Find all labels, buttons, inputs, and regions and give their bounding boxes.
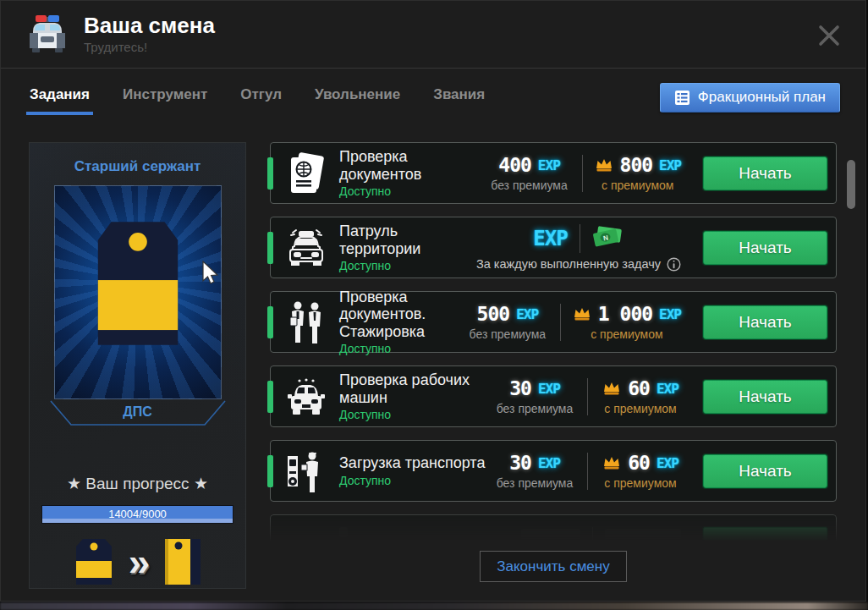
exp-badge: EXP: [538, 455, 560, 471]
reward-divider: [587, 453, 588, 490]
task-title: Проверка документов: [339, 148, 489, 182]
tab-instrument[interactable]: Инструмент: [119, 74, 211, 120]
work-car-icon: [284, 375, 328, 419]
premium-caption: с премиумом: [591, 327, 662, 341]
task-title: Загрузка транспорта: [339, 454, 494, 471]
chevron-right-icon: »: [129, 545, 151, 579]
reward-divider: [587, 378, 588, 415]
next-rank-icon: [163, 537, 202, 586]
crown-icon: [595, 157, 613, 173]
task-status: Доступно: [339, 259, 476, 272]
rank-panel: Старший сержант ДПС ★ Ваш прогресс ★: [29, 142, 246, 589]
available-accent-bar: [267, 306, 273, 338]
exp-badge: EXP: [659, 157, 681, 173]
task-status: Доступно: [339, 408, 494, 421]
crown-icon: [573, 306, 591, 321]
exp-badge: EXP: [659, 306, 681, 322]
crown-icon: [602, 455, 621, 470]
task-rewards: 400EXP без премиума 800EXP с премиумом: [489, 154, 681, 192]
no-premium-caption: без премиума: [491, 179, 568, 192]
exp-normal-value: 500: [477, 303, 510, 325]
window-title: Ваша смена: [84, 14, 215, 37]
crown-icon: [602, 381, 621, 396]
available-accent-bar: [267, 157, 273, 190]
premium-caption: с премиумом: [604, 476, 676, 490]
checklist-icon: [674, 90, 690, 106]
start-button[interactable]: Начать: [703, 305, 827, 339]
no-premium-caption: без премиума: [470, 327, 547, 341]
exp-premium-value: 60: [628, 452, 650, 474]
fraction-plan-label: Фракционный план: [698, 89, 826, 106]
game-screen: Ваша смена Трудитесь! Задания Инструмент…: [0, 0, 868, 610]
task-row-documents-check: Проверка документов Доступно 400EXP без …: [270, 142, 837, 204]
progress-bar: 14004/9000: [41, 505, 233, 524]
task-title: Проверка документов. Стажировка: [339, 289, 467, 339]
start-button[interactable]: Начать: [703, 454, 827, 488]
department-label: ДПС: [47, 404, 228, 420]
exp-badge: EXP: [533, 227, 567, 250]
rank-card[interactable]: [54, 185, 222, 399]
progress-value: 14004/9000: [42, 506, 233, 523]
exp-premium-value: 1 000: [598, 303, 652, 325]
available-accent-bar: [267, 232, 273, 264]
task-title: Патруль территории: [339, 223, 476, 256]
exp-badge: EXP: [538, 381, 560, 397]
exp-badge: EXP: [516, 306, 538, 322]
reward-divider: [582, 155, 583, 192]
start-button[interactable]: Начать: [703, 380, 827, 414]
exp-normal-value: 400: [498, 154, 531, 176]
interns-icon: [284, 300, 328, 344]
premium-caption: с премиумом: [602, 179, 673, 192]
scrollbar-thumb[interactable]: [847, 160, 855, 209]
close-icon[interactable]: [815, 21, 843, 50]
no-premium-caption: без премиума: [497, 476, 574, 490]
task-list: Проверка документов Доступно 400EXP без …: [270, 142, 837, 589]
task-row-patrol: Патруль территории Доступно EXP N: [270, 217, 837, 278]
start-button[interactable]: Начать: [703, 231, 827, 265]
tab-tasks[interactable]: Задания: [26, 74, 93, 120]
game-world-background: [0, 602, 868, 610]
fraction-plan-button[interactable]: Фракционный план: [660, 83, 840, 113]
available-accent-bar: [267, 455, 273, 487]
police-car-icon: [284, 226, 328, 270]
exp-badge: EXP: [656, 381, 678, 397]
tab-ranks[interactable]: Звания: [430, 74, 488, 120]
task-row-work-cars-check: Проверка рабочих машин Доступно 30EXP бе…: [270, 365, 837, 427]
task-status: Доступно: [339, 474, 494, 487]
available-accent-bar: [267, 381, 273, 413]
money-icon: N: [592, 226, 624, 251]
mouse-cursor-icon: [201, 261, 219, 286]
exp-premium-value: 800: [620, 154, 653, 176]
reward-divider: [580, 224, 580, 253]
task-rewards: 30EXP без премиума 60EXP с премиумом: [494, 377, 681, 415]
finish-shift-button[interactable]: Закончить смену: [480, 551, 627, 582]
task-row-documents-internship: Проверка документов. Стажировка Доступно…: [270, 291, 837, 353]
no-premium-caption: без премиума: [497, 402, 574, 415]
task-row-cargo-loading: Загрузка транспорта Доступно 30EXP без п…: [270, 440, 837, 502]
task-status: Доступно: [339, 184, 489, 198]
rank-upgrade-row: »: [41, 537, 233, 586]
info-icon[interactable]: [667, 257, 681, 272]
tab-dayoff[interactable]: Отгул: [237, 74, 285, 120]
shift-window: Ваша смена Трудитесь! Задания Инструмент…: [0, 0, 866, 602]
task-rewards: EXP N За каждую выполненную задачу: [476, 224, 681, 272]
tab-resign[interactable]: Увольнение: [311, 74, 404, 120]
exp-badge: EXP: [656, 455, 678, 471]
main-content: Старший сержант ДПС ★ Ваш прогресс ★: [1, 126, 865, 589]
task-rewards: 30EXP без премиума 60EXP с премиумом: [494, 452, 681, 490]
task-title: Проверка рабочих машин: [339, 371, 494, 405]
task-status: Доступно: [339, 342, 467, 355]
start-button[interactable]: Начать: [703, 157, 827, 190]
task-row-partial[interactable]: [270, 514, 837, 543]
exp-normal-value: 30: [509, 452, 531, 474]
exp-premium-value: 60: [628, 377, 650, 399]
per-task-caption: За каждую выполненную задачу: [476, 257, 661, 271]
rank-title: Старший сержант: [41, 158, 233, 175]
reward-divider: [560, 304, 561, 341]
exp-normal-value: 30: [509, 377, 531, 399]
tab-bar: Задания Инструмент Отгул Увольнение Зван…: [1, 69, 865, 126]
department-plate: ДПС: [47, 399, 228, 431]
police-car-logo-icon: [26, 14, 69, 55]
cargo-loading-icon: [284, 449, 328, 493]
progress-title: ★ Ваш прогресс ★: [41, 474, 233, 493]
